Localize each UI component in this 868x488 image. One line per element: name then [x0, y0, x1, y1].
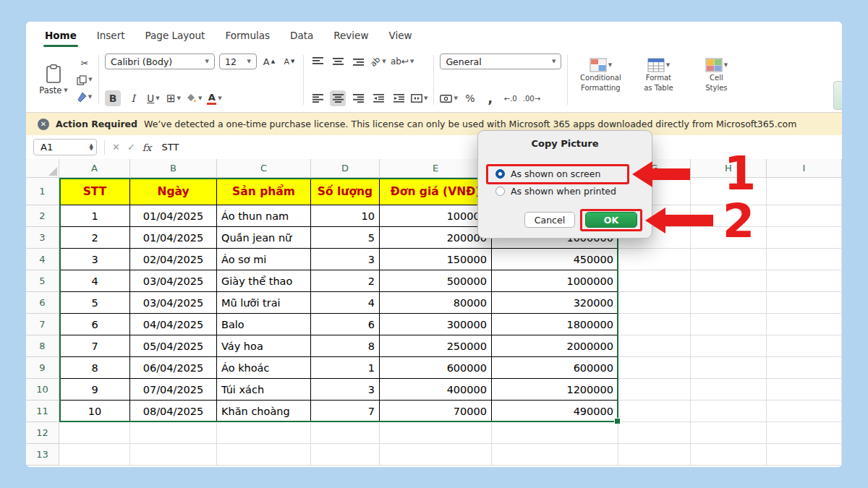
row-header-6[interactable]: 6	[26, 292, 59, 314]
cell-F4[interactable]: 450000	[492, 249, 618, 270]
cell-E4[interactable]: 150000	[380, 249, 492, 270]
cell-B4[interactable]: 02/04/2025	[130, 249, 217, 270]
font-size-combo[interactable]: 12 ▼	[219, 53, 257, 69]
name-box-spinner[interactable]: ▲▼	[90, 144, 93, 150]
cell-A3[interactable]: 2	[59, 227, 130, 249]
orientation-button[interactable]: ab▼	[370, 53, 386, 69]
cell-B1[interactable]: Ngày	[130, 178, 217, 205]
comma-button[interactable]: ,	[482, 90, 498, 106]
merge-center-button[interactable]: ▼	[411, 90, 427, 106]
cell-D13[interactable]	[311, 444, 380, 466]
cell-G11[interactable]	[618, 401, 691, 422]
cell-C4[interactable]: Áo sơ mi	[217, 249, 311, 270]
cell-C12[interactable]	[217, 422, 311, 444]
bold-button[interactable]: B	[105, 90, 121, 106]
cell-styles-button[interactable]: ▼ Cell Styles	[689, 56, 743, 92]
row-header-10[interactable]: 10	[26, 379, 59, 401]
align-top-button[interactable]	[310, 53, 326, 69]
cell-D12[interactable]	[311, 422, 380, 444]
accounting-format-button[interactable]: ▼	[440, 90, 457, 106]
cell-A2[interactable]: 1	[59, 205, 130, 227]
cell-I12[interactable]	[767, 422, 842, 444]
cell-F6[interactable]: 320000	[492, 292, 618, 314]
cell-I1[interactable]	[767, 178, 842, 205]
tab-review[interactable]: Review	[333, 22, 368, 49]
cell-C11[interactable]: Khăn choàng	[217, 401, 311, 422]
cell-I8[interactable]	[767, 335, 842, 357]
increase-font-button[interactable]: A▲	[261, 53, 277, 69]
column-header-C[interactable]: C	[217, 159, 311, 178]
cell-F9[interactable]: 600000	[492, 357, 618, 379]
name-box[interactable]: A1 ▲▼	[33, 139, 97, 155]
cell-G9[interactable]	[618, 357, 691, 379]
insert-function-icon[interactable]: fx	[142, 142, 152, 153]
column-header-E[interactable]: E	[380, 159, 492, 178]
cell-B3[interactable]: 01/04/2025	[130, 227, 217, 249]
cell-I6[interactable]	[767, 292, 842, 314]
cell-H6[interactable]	[691, 292, 767, 314]
row-header-13[interactable]: 13	[26, 444, 59, 466]
wrap-text-button[interactable]: ab↩▼	[391, 53, 414, 69]
option-as-shown-on-screen[interactable]: As shown on screen	[478, 165, 652, 182]
cell-C6[interactable]: Mũ lưỡi trai	[217, 292, 311, 314]
cell-D11[interactable]: 7	[311, 401, 380, 422]
cell-I13[interactable]	[767, 444, 842, 466]
paste-button[interactable]: Paste▼	[35, 53, 72, 106]
column-header-I[interactable]: I	[767, 159, 842, 178]
cell-I5[interactable]	[767, 270, 842, 292]
tab-formulas[interactable]: Formulas	[225, 22, 270, 49]
cell-E6[interactable]: 80000	[380, 292, 492, 314]
cell-E9[interactable]: 600000	[380, 357, 492, 379]
row-header-12[interactable]: 12	[26, 422, 59, 444]
copy-button[interactable]: ▼	[77, 72, 93, 88]
cell-E12[interactable]	[380, 422, 492, 444]
cell-B9[interactable]: 06/04/2025	[130, 357, 217, 379]
cell-C10[interactable]: Túi xách	[217, 379, 311, 401]
tab-data[interactable]: Data	[290, 22, 313, 49]
cell-D2[interactable]: 10	[311, 205, 380, 227]
align-center-button[interactable]	[330, 90, 346, 106]
cell-D6[interactable]: 4	[311, 292, 380, 314]
column-header-A[interactable]: A	[59, 159, 130, 178]
cell-E5[interactable]: 500000	[380, 270, 492, 292]
cell-H12[interactable]	[691, 422, 767, 444]
align-left-button[interactable]	[310, 90, 326, 106]
cell-G4[interactable]	[618, 249, 691, 270]
decrease-font-button[interactable]: A▼	[281, 53, 297, 69]
cell-E2[interactable]: 100000	[380, 205, 492, 227]
cell-E8[interactable]: 250000	[380, 335, 492, 357]
row-header-11[interactable]: 11	[26, 401, 59, 422]
decrease-indent-button[interactable]	[370, 90, 386, 106]
format-as-table-button[interactable]: ▼ Format as Table	[631, 56, 685, 92]
cell-B6[interactable]: 03/04/2025	[130, 292, 217, 314]
option-as-shown-when-printed[interactable]: As shown when printed	[478, 182, 652, 200]
align-bottom-button[interactable]	[350, 53, 366, 69]
cell-B2[interactable]: 01/04/2025	[130, 205, 217, 227]
font-name-combo[interactable]: Calibri (Body) ▼	[105, 53, 215, 69]
cell-A8[interactable]: 7	[59, 335, 130, 357]
cell-I2[interactable]	[767, 205, 842, 227]
cell-A4[interactable]: 3	[59, 249, 130, 270]
cell-C9[interactable]: Áo khoác	[217, 357, 311, 379]
row-header-2[interactable]: 2	[26, 205, 59, 227]
radio-unselected-icon[interactable]	[495, 187, 505, 196]
cell-A1[interactable]: STT	[59, 178, 130, 205]
cell-A12[interactable]	[59, 422, 130, 444]
align-middle-button[interactable]	[330, 53, 346, 69]
increase-decimal-button[interactable]: ←.0	[503, 90, 519, 106]
cell-H4[interactable]	[691, 249, 767, 270]
cell-F5[interactable]: 1000000	[492, 270, 618, 292]
confirm-entry-icon[interactable]: ✓	[127, 142, 135, 153]
cell-A6[interactable]: 5	[59, 292, 130, 314]
cell-B5[interactable]: 03/04/2025	[130, 270, 217, 292]
cell-A5[interactable]: 4	[59, 270, 130, 292]
borders-button[interactable]: ⊞▼	[166, 90, 182, 106]
cell-H1[interactable]	[691, 178, 767, 205]
cell-F13[interactable]	[492, 444, 618, 466]
cell-E10[interactable]: 400000	[380, 379, 492, 401]
column-header-B[interactable]: B	[130, 159, 217, 178]
cell-G8[interactable]	[618, 335, 691, 357]
row-header-1[interactable]: 1	[26, 178, 59, 205]
cell-H3[interactable]	[691, 227, 767, 249]
cell-F10[interactable]: 1200000	[492, 379, 618, 401]
